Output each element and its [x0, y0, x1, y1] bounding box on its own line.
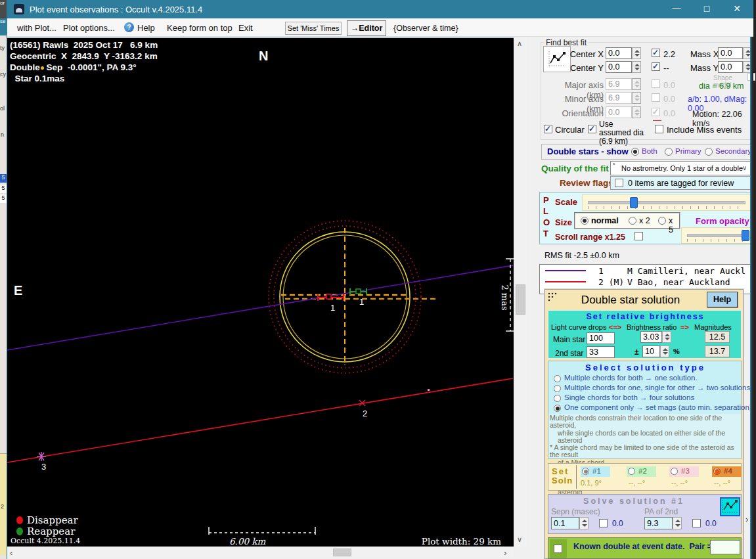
- show-primary-radio[interactable]: [665, 148, 673, 156]
- center-x-spinner[interactable]: [632, 47, 641, 59]
- chord-line-station2: [7, 378, 513, 462]
- soln4-radio[interactable]: [713, 468, 721, 475]
- combo-chevron-icon[interactable]: ∨: [742, 164, 747, 171]
- disappear-marker[interactable]: [326, 294, 331, 299]
- circular-checkbox[interactable]: [544, 125, 552, 133]
- minor-axis-spinner[interactable]: [632, 92, 641, 104]
- sepn-input[interactable]: [551, 517, 579, 529]
- scale-slider[interactable]: [582, 194, 751, 211]
- size-radio-group: normal x 2 x 5: [574, 212, 680, 229]
- station3-marker[interactable]: [37, 452, 46, 461]
- major-fit-checkbox[interactable]: [652, 79, 660, 88]
- second-star-drop-input[interactable]: [587, 346, 615, 358]
- soltype3-radio[interactable]: [554, 395, 561, 402]
- soln1-radio[interactable]: [582, 468, 589, 475]
- menu-help[interactable]: Help: [137, 23, 155, 33]
- scroll-up-arrow[interactable]: ∧: [517, 39, 522, 48]
- scale-slider-thumb[interactable]: [630, 197, 638, 208]
- maximize-button[interactable]: □: [694, 0, 720, 18]
- sepn-spinner[interactable]: [579, 517, 589, 529]
- set-miss-times-button[interactable]: Set 'Miss' Times: [285, 22, 342, 35]
- center-y-spinner[interactable]: [632, 61, 641, 73]
- show-both-radio[interactable]: [631, 148, 639, 156]
- drag-handle-icon[interactable]: [548, 292, 557, 302]
- known-pair-input[interactable]: [710, 540, 740, 554]
- percent-label: %: [673, 347, 680, 355]
- soln3-radio[interactable]: [671, 468, 678, 475]
- size-x2-radio[interactable]: [629, 217, 636, 225]
- show-secondary-radio[interactable]: [705, 148, 713, 156]
- menu-keep-on-top[interactable]: Keep form on top: [167, 23, 233, 33]
- menu-exit[interactable]: Exit: [238, 23, 253, 33]
- scroll-down-arrow[interactable]: ∨: [517, 535, 522, 544]
- soltype2-radio[interactable]: [554, 385, 561, 392]
- editor-button[interactable]: →Editor: [347, 20, 386, 36]
- solution-type-notes: Multiple chords constrain their location…: [548, 414, 741, 458]
- plot-vscrollbar[interactable]: ∧ ∨: [514, 37, 527, 547]
- use-assumed-checkbox[interactable]: [588, 125, 596, 133]
- east-label: E: [14, 283, 22, 298]
- dss-help-button[interactable]: Help: [707, 292, 738, 307]
- hscroll-thumb[interactable]: [333, 548, 351, 556]
- menu-with-plot[interactable]: with Plot...: [17, 23, 56, 33]
- soln2-label: #2: [638, 467, 647, 475]
- mass-x-input[interactable]: [718, 47, 743, 59]
- reappear-marker[interactable]: [356, 289, 361, 294]
- include-miss-checkbox[interactable]: [655, 125, 663, 133]
- vscroll-thumb[interactable]: [516, 284, 525, 315]
- panel-scroll-right-arrow[interactable]: ›: [745, 514, 748, 524]
- main-star-drop-input[interactable]: [587, 332, 615, 344]
- soln2-chip[interactable]: #2: [627, 466, 656, 477]
- review-flags-checkbox[interactable]: [615, 179, 623, 187]
- pa-lock-checkbox[interactable]: [692, 519, 701, 527]
- scroll-right-arrow[interactable]: ›: [504, 548, 506, 558]
- soltype4-radio[interactable]: [554, 405, 561, 412]
- bg-strip-list-item: 5: [0, 185, 7, 193]
- fit-y-checkbox[interactable]: [652, 62, 660, 71]
- close-button[interactable]: ✕: [724, 0, 750, 18]
- ratio-input[interactable]: [640, 331, 662, 343]
- orientation-spinner[interactable]: [632, 106, 641, 118]
- scroll-left-arrow[interactable]: ‹: [10, 548, 12, 558]
- center-x-input[interactable]: [606, 47, 632, 59]
- solve-icon-button[interactable]: [720, 497, 740, 516]
- ratio-spinner[interactable]: [662, 331, 671, 343]
- tolerance-input[interactable]: [642, 346, 660, 357]
- known-double-checkbox[interactable]: [554, 545, 562, 553]
- major-axis-input[interactable]: [606, 78, 632, 90]
- mass-y-input[interactable]: [718, 61, 743, 73]
- minimize-button[interactable]: —: [663, 0, 690, 18]
- fit-x-checkbox[interactable]: [652, 49, 660, 57]
- soln3-chip[interactable]: #3: [669, 466, 699, 477]
- size-x5-radio[interactable]: [658, 217, 666, 225]
- soln1-chip[interactable]: #1: [581, 466, 610, 477]
- pa-input[interactable]: [644, 517, 673, 529]
- scroll-range-checkbox[interactable]: [634, 232, 643, 240]
- opacity-slider-thumb[interactable]: [742, 230, 749, 241]
- soln2-radio[interactable]: [628, 468, 635, 475]
- soln4-chip[interactable]: #4: [712, 466, 742, 477]
- set-soln-label1: Set: [552, 466, 569, 476]
- minor-axis-input[interactable]: [606, 92, 632, 104]
- form-opacity-label: Form opacity: [696, 216, 749, 226]
- center-y-input[interactable]: [606, 61, 632, 73]
- title-bar[interactable]: Plot event observations : Occult v.4.202…: [7, 0, 753, 18]
- major-axis-spinner[interactable]: [632, 78, 641, 90]
- form-opacity-slider[interactable]: [681, 227, 751, 244]
- orientation-fit-checkbox[interactable]: [652, 108, 660, 116]
- plot-area[interactable]: 1 1 2 3 2 mas: [7, 37, 514, 547]
- bg-strip-list-item: 5: [0, 194, 7, 203]
- plot-hscrollbar[interactable]: ‹ ›: [7, 547, 514, 558]
- size-normal-radio[interactable]: [581, 217, 589, 225]
- plot-vertical-l: L: [543, 206, 548, 216]
- orientation-input[interactable]: [606, 106, 632, 118]
- soltype1-radio[interactable]: [554, 375, 561, 382]
- tolerance-spinner[interactable]: [660, 346, 669, 357]
- sepn-lock-checkbox[interactable]: [599, 519, 608, 527]
- quality-combobox[interactable]: * No astrometry. Only 1 star of a double…: [610, 161, 753, 175]
- pa-spinner[interactable]: [673, 517, 682, 529]
- minor-fit-checkbox[interactable]: [652, 93, 660, 102]
- menu-plot-options[interactable]: Plot options...: [63, 23, 115, 33]
- rms-fit-label: RMS fit -2.5 ±0.0 km: [545, 251, 619, 260]
- soln2-value: --, --°: [629, 479, 645, 487]
